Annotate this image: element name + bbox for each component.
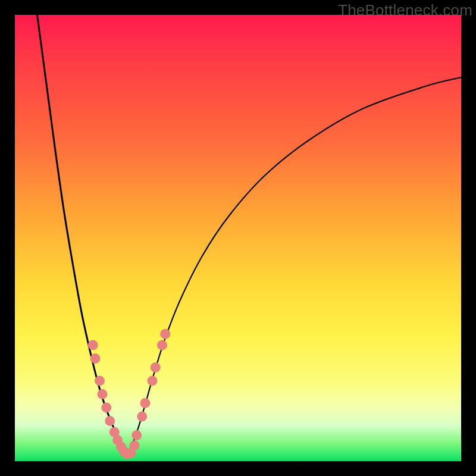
data-point-marker: [95, 376, 105, 386]
data-point-marker: [98, 389, 108, 399]
marker-layer: [88, 329, 171, 459]
curve-right-curve: [127, 77, 462, 455]
data-point-marker: [160, 329, 170, 339]
data-point-marker: [90, 353, 101, 364]
chart-svg: [15, 15, 461, 461]
data-point-marker: [130, 440, 140, 450]
curve-layer: [37, 15, 462, 455]
data-point-marker: [131, 430, 142, 440]
data-point-marker: [88, 340, 98, 350]
data-point-marker: [140, 398, 151, 408]
data-point-marker: [137, 412, 147, 422]
plot-area: [15, 15, 461, 461]
data-point-marker: [151, 362, 161, 372]
curve-left-curve: [37, 15, 127, 455]
data-point-marker: [157, 340, 167, 350]
data-point-marker: [101, 403, 111, 413]
data-point-marker: [105, 416, 115, 426]
data-point-marker: [148, 376, 158, 386]
chart-frame: TheBottleneck.com: [0, 0, 476, 476]
